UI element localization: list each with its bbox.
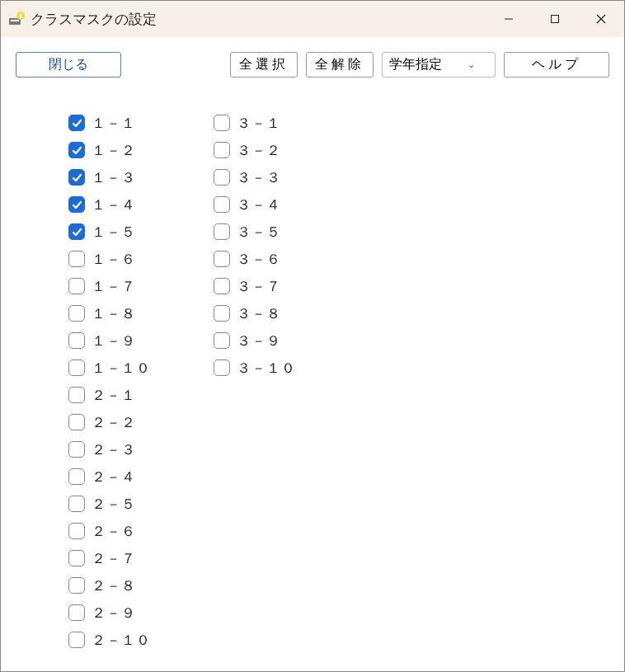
class-checkbox[interactable] (68, 251, 85, 267)
class-checkbox[interactable] (214, 359, 230, 376)
class-label: ３－５ (237, 223, 281, 242)
checkbox-grid: １－１１－２１－３１－４１－５１－６１－７１－８１－９１－１０２－１２－２２－３… (1, 86, 624, 665)
checkbox-row: ３－７ (214, 277, 296, 295)
grade-select-label: 学年指定 (389, 56, 442, 73)
class-checkbox[interactable] (214, 115, 230, 131)
class-checkbox[interactable] (214, 251, 230, 267)
class-label: ２－５ (92, 495, 136, 514)
class-checkbox[interactable] (68, 496, 85, 512)
svg-rect-3 (20, 13, 21, 18)
toolbar: 閉じる 全選択 全解除 学年指定 ⌄ ヘルプ (1, 37, 624, 86)
class-label: ２－１０ (92, 631, 151, 650)
class-checkbox[interactable] (68, 632, 85, 648)
class-checkbox[interactable] (68, 332, 85, 349)
checkbox-row: ３－８ (214, 304, 296, 322)
class-checkbox[interactable] (214, 223, 230, 240)
class-label: ２－９ (92, 604, 136, 623)
svg-rect-5 (552, 16, 559, 23)
class-label: １－９ (92, 331, 136, 350)
class-checkbox[interactable] (68, 223, 85, 240)
class-checkbox[interactable] (214, 278, 230, 294)
class-label: ３－８ (237, 304, 281, 323)
checkbox-row: ３－６ (214, 250, 296, 268)
maximize-button[interactable] (532, 1, 578, 37)
checkbox-row: １－１ (68, 114, 151, 132)
deselect-all-button[interactable]: 全解除 (306, 52, 374, 78)
class-label: １－３ (92, 168, 136, 187)
close-button[interactable]: 閉じる (16, 52, 121, 78)
grade-select[interactable]: 学年指定 ⌄ (382, 52, 496, 78)
class-label: ３－２ (237, 141, 281, 160)
checkbox-row: １－３ (68, 168, 151, 186)
checkbox-row: ３－１０ (214, 359, 296, 377)
class-checkbox[interactable] (68, 550, 85, 566)
class-label: ２－８ (92, 576, 136, 595)
class-checkbox[interactable] (68, 142, 85, 158)
app-icon (7, 10, 26, 28)
class-checkbox[interactable] (68, 359, 85, 376)
class-label: ３－４ (237, 195, 281, 214)
select-all-button[interactable]: 全選択 (230, 52, 298, 78)
class-checkbox[interactable] (68, 305, 85, 322)
checkbox-row: ２－２ (68, 413, 151, 431)
class-checkbox[interactable] (68, 169, 85, 186)
svg-rect-1 (11, 20, 19, 21)
checkbox-row: ２－３ (68, 440, 151, 458)
checkbox-row: ２－７ (68, 549, 151, 567)
checkbox-row: ３－９ (214, 331, 296, 350)
class-checkbox[interactable] (68, 523, 85, 539)
class-checkbox[interactable] (68, 414, 85, 430)
class-label: ３－３ (237, 168, 281, 187)
class-label: ２－６ (92, 522, 136, 541)
window-controls (486, 1, 624, 37)
class-checkbox[interactable] (68, 278, 85, 294)
checkbox-row: ３－４ (214, 195, 296, 214)
checkbox-row: ２－１０ (68, 631, 151, 649)
class-label: ３－１０ (237, 359, 296, 378)
window-title: クラスマスクの設定 (31, 10, 157, 29)
class-label: ２－７ (92, 549, 136, 568)
class-label: ２－２ (92, 413, 136, 432)
close-window-button[interactable] (578, 1, 624, 37)
class-checkbox[interactable] (68, 577, 85, 594)
class-checkbox[interactable] (68, 604, 85, 621)
class-label: ２－３ (92, 440, 136, 459)
class-label: ３－６ (237, 250, 281, 269)
help-button[interactable]: ヘルプ (504, 52, 609, 78)
checkbox-row: １－９ (68, 331, 151, 350)
checkbox-row: ３－１ (214, 114, 296, 132)
checkbox-row: １－８ (68, 304, 151, 322)
checkbox-row: １－４ (68, 195, 151, 214)
class-checkbox[interactable] (214, 332, 230, 349)
checkbox-row: １－５ (68, 223, 151, 241)
class-checkbox[interactable] (214, 196, 230, 213)
class-label: １－１０ (92, 359, 151, 378)
checkbox-column: １－１１－２１－３１－４１－５１－６１－７１－８１－９１－１０２－１２－２２－３… (68, 114, 151, 649)
class-label: ２－１ (92, 386, 136, 405)
chevron-down-icon: ⌄ (468, 59, 475, 70)
checkbox-row: ３－３ (214, 168, 296, 186)
checkbox-row: ３－２ (214, 141, 296, 159)
class-label: １－５ (92, 223, 136, 242)
class-label: ２－４ (92, 468, 136, 486)
checkbox-row: １－７ (68, 277, 151, 295)
class-checkbox[interactable] (68, 115, 85, 131)
checkbox-row: ２－８ (68, 576, 151, 594)
class-label: １－６ (92, 250, 136, 269)
checkbox-row: １－１０ (68, 359, 151, 377)
class-checkbox[interactable] (214, 142, 230, 158)
checkbox-column: ３－１３－２３－３３－４３－５３－６３－７３－８３－９３－１０ (214, 114, 296, 649)
class-label: ３－１ (237, 114, 281, 133)
class-label: １－８ (92, 304, 136, 323)
class-checkbox[interactable] (68, 387, 85, 403)
checkbox-row: ２－５ (68, 495, 151, 513)
class-checkbox[interactable] (214, 305, 230, 322)
class-label: １－１ (92, 114, 136, 133)
class-checkbox[interactable] (68, 468, 85, 485)
class-checkbox[interactable] (214, 169, 230, 186)
minimize-button[interactable] (486, 1, 532, 37)
checkbox-row: ２－６ (68, 522, 151, 540)
class-checkbox[interactable] (68, 196, 85, 213)
class-label: ３－９ (237, 331, 281, 350)
class-checkbox[interactable] (68, 441, 85, 458)
